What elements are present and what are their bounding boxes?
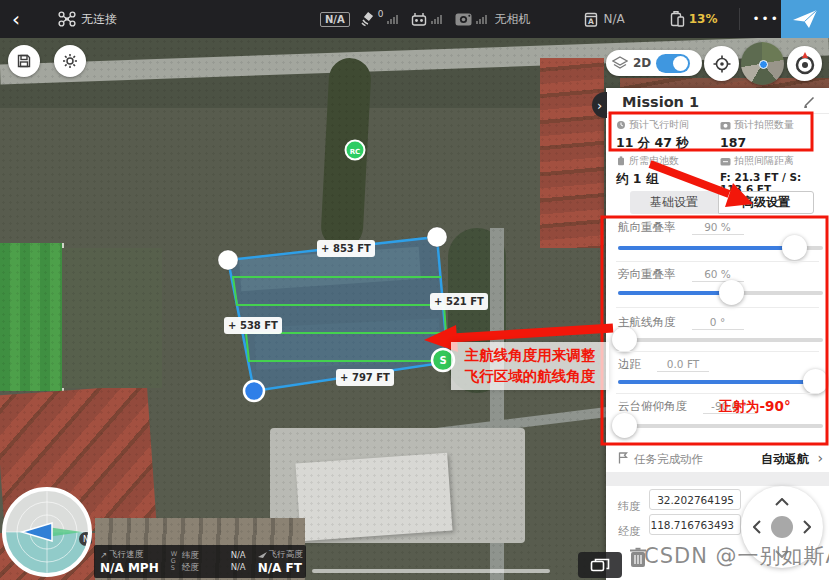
- annotation-note-gimbal: 正射为-90°: [719, 397, 791, 417]
- map-scale-bar: [312, 569, 550, 573]
- speed-value: N/A MPH: [100, 561, 159, 575]
- map-texture: [295, 453, 452, 541]
- dpad-center-button[interactable]: [771, 516, 793, 538]
- slider-track[interactable]: [618, 424, 823, 428]
- camera-status: 无相机: [495, 0, 531, 38]
- lat-label: 纬度: [182, 550, 199, 562]
- remote-controller-icon[interactable]: [410, 0, 442, 38]
- flight-mode-badge[interactable]: N/A: [320, 12, 350, 27]
- layers-icon: [612, 56, 628, 70]
- connection-status: 无连接: [81, 0, 117, 38]
- map-texture: [540, 58, 604, 248]
- minimap[interactable]: [741, 42, 784, 85]
- dpad-left-button[interactable]: [747, 517, 767, 537]
- flag-icon: [618, 452, 628, 464]
- map-layers-button[interactable]: [578, 552, 622, 578]
- slider-thumb[interactable]: [612, 413, 637, 438]
- battery-percent: 13%: [689, 0, 718, 38]
- mission-title: Mission 1: [622, 94, 699, 110]
- altitude-value: N/A FT: [258, 561, 303, 575]
- map-texture: [270, 428, 525, 543]
- compass-button[interactable]: [787, 46, 822, 81]
- edit-mission-icon[interactable]: [803, 94, 817, 108]
- slider-label: 航向重叠率: [618, 220, 676, 235]
- watermark: CSDN @一别如斯AA: [644, 542, 829, 570]
- altitude-label: 飞行高度: [269, 549, 303, 561]
- settings-button[interactable]: [54, 45, 86, 77]
- speed-icon: ↗: [100, 550, 107, 560]
- interval-icon: [720, 157, 731, 166]
- lng-value: N/A: [231, 562, 246, 574]
- telemetry-bar: ↗飞行速度 N/A MPH WGS 纬度N/A 经度N/A 飞行高度 N/A F…: [94, 545, 306, 578]
- battery-icon[interactable]: [669, 0, 685, 38]
- map-texture: [490, 228, 504, 580]
- flight-time-value: 11 分 47 秒: [616, 135, 716, 152]
- slider-label: 边距: [618, 357, 641, 372]
- map-texture: [0, 243, 64, 391]
- slider-thumb[interactable]: [782, 235, 807, 260]
- map-texture: [239, 247, 421, 291]
- app-root: ‹ 无连接 N/A 0: [0, 0, 829, 580]
- mode-switch[interactable]: [656, 54, 690, 73]
- mission-finish-label: 任务完成动作: [634, 452, 703, 467]
- chevron-right-icon: ›: [817, 450, 823, 466]
- attitude-indicator: N: [2, 487, 92, 577]
- satellite-icon[interactable]: 0: [360, 0, 398, 38]
- longitude-label: 经度: [618, 525, 640, 538]
- annotation-note-course-angle: 主航线角度用来调整 飞行区域的航线角度: [451, 342, 609, 390]
- photo-interval-label: 拍照间隔距离: [720, 154, 828, 168]
- dpad-up-button[interactable]: [772, 492, 792, 512]
- latitude-label: 纬度: [618, 500, 640, 513]
- mission-finish-value: 自动返航: [761, 451, 809, 468]
- rc-signal-bars: [431, 15, 442, 24]
- checklist-icon[interactable]: A: [583, 0, 599, 38]
- photo-count-value: 187: [720, 135, 825, 150]
- lat-value: N/A: [231, 550, 246, 562]
- slider-value-field[interactable]: 0.0 FT: [657, 358, 709, 372]
- minimap-position-dot: [759, 60, 768, 69]
- takeoff-button[interactable]: [781, 0, 829, 38]
- lng-label: 经度: [182, 562, 199, 574]
- battery-needed-label: 所需电池数: [616, 154, 716, 168]
- photo-icon: [720, 121, 731, 130]
- battery-small-icon: [616, 156, 626, 166]
- slider-value-field[interactable]: 0 °: [692, 316, 744, 330]
- save-button[interactable]: [8, 45, 40, 77]
- camera-signal-bars: [476, 15, 487, 24]
- speed-label: 飞行速度: [109, 549, 143, 561]
- longitude-input[interactable]: 118.716763493: [649, 514, 741, 535]
- map-texture: [425, 407, 610, 439]
- slider-label: 旁向重叠率: [618, 267, 676, 282]
- slider-track[interactable]: [618, 291, 823, 295]
- latitude-input[interactable]: 32.202764195: [649, 489, 741, 510]
- locate-button[interactable]: [704, 46, 739, 81]
- svg-text:A: A: [588, 17, 594, 26]
- slider-track[interactable]: [618, 338, 823, 342]
- clock-icon: [616, 120, 626, 130]
- layers-stack-icon: [590, 557, 610, 573]
- drone-icon: [58, 0, 76, 38]
- slider-value-field[interactable]: 90 %: [692, 221, 744, 235]
- tab-basic-settings[interactable]: 基础设置: [630, 191, 718, 214]
- map-mode-toggle[interactable]: 2D: [606, 50, 702, 76]
- slider-track[interactable]: [618, 246, 823, 250]
- slider-thumb[interactable]: [803, 369, 828, 394]
- dpad-right-button[interactable]: [797, 517, 817, 537]
- slider-thumb[interactable]: [719, 280, 744, 305]
- slider-label: 云台俯仰角度: [618, 399, 687, 414]
- map-texture: [254, 318, 441, 370]
- back-button[interactable]: ‹: [0, 0, 32, 38]
- slider-thumb[interactable]: [612, 327, 637, 352]
- gps-count: 0: [378, 9, 384, 19]
- mission-finish-row[interactable]: 任务完成动作 自动返航 ›: [606, 450, 829, 472]
- map-texture: [62, 248, 162, 388]
- paper-plane-icon: [792, 8, 818, 30]
- checklist-status: N/A: [604, 0, 625, 38]
- battery-needed-value: 约 1 组: [616, 171, 716, 188]
- tab-advanced-settings[interactable]: 高级设置: [718, 191, 814, 214]
- map-mode-label: 2D: [633, 56, 651, 70]
- gps-signal-bars: [387, 15, 398, 24]
- slider-track[interactable]: [618, 380, 823, 384]
- camera-icon[interactable]: [454, 0, 487, 38]
- wgs-label: WGS: [171, 551, 179, 572]
